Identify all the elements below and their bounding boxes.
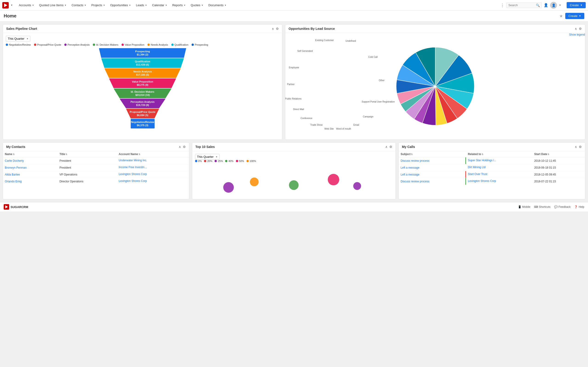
call-subject[interactable]: Left a message: [399, 171, 466, 178]
pipeline-settings-btn[interactable]: ⚙: [276, 27, 279, 31]
contact-account[interactable]: Lexington Shores Corp: [117, 171, 189, 178]
contact-name[interactable]: Bronwyn Penman: [3, 164, 58, 171]
contacts-settings-btn[interactable]: ⚙: [183, 145, 186, 149]
nav-caret-quoted-line-items: ▼: [65, 4, 67, 6]
nav-item-quotes[interactable]: Quotes▼: [188, 0, 206, 10]
footer-shortcuts[interactable]: ⌨Shortcuts: [534, 205, 551, 209]
nav-item-opportunities[interactable]: Opportunities▼: [108, 0, 133, 10]
bubble-legend-item: 50%: [236, 160, 244, 162]
nav-item-label-contacts: Contacts: [71, 3, 83, 7]
create-button[interactable]: Create ▼: [567, 2, 586, 8]
footer-help[interactable]: ❓Help: [574, 205, 584, 209]
avatar[interactable]: 👤: [550, 2, 557, 9]
logo[interactable]: [2, 2, 9, 8]
bubble-dot: [225, 160, 227, 162]
call-related[interactable]: Lexington Shores Corp: [466, 178, 532, 185]
calls-collapse-btn[interactable]: ∧: [575, 145, 577, 149]
funnel-row[interactable]: Negotiation/Review$6,375 (3): [131, 119, 155, 128]
create-label: Create: [570, 3, 579, 7]
pipeline-legend-item: Needs Analysis: [147, 43, 168, 46]
footer-feedback[interactable]: 💬Feedback: [554, 205, 571, 209]
pipeline-collapse-btn[interactable]: ∧: [272, 27, 274, 31]
bubble-legend-item: 100%: [246, 160, 256, 162]
bubble[interactable]: [289, 180, 299, 190]
nav-item-documents[interactable]: Documents▼: [206, 0, 229, 10]
top10-quarter-select[interactable]: This QuarterLast QuarterThis Year: [195, 154, 220, 160]
pie-label: Public Relations: [285, 97, 301, 100]
pie-label: Trade Show: [310, 124, 323, 126]
table-row: Discuss review process Super Star Holdin…: [399, 157, 585, 164]
bubble[interactable]: [328, 174, 339, 185]
contact-name[interactable]: Alida Bartee: [3, 171, 58, 178]
contact-name[interactable]: Orlando Emig: [3, 178, 58, 185]
table-row: Orlando Emig Director Operations Lexingt…: [3, 178, 189, 185]
leads-controls: ∧ ⚙: [575, 27, 582, 31]
leads-collapse-btn[interactable]: ∧: [575, 27, 577, 31]
bubble[interactable]: [353, 182, 361, 190]
contact-name[interactable]: Carlie Docherty: [3, 157, 58, 164]
nav-item-calendar[interactable]: Calendar▼: [150, 0, 170, 10]
calls-col-header[interactable]: Start Date⇅: [532, 151, 585, 157]
call-related[interactable]: Start Over Trust: [466, 171, 532, 178]
bubble[interactable]: [223, 182, 234, 193]
legend-dot: [64, 44, 67, 46]
page-create-label: Create: [569, 14, 578, 18]
navbar: ▼ Accounts▼Quoted Line Items▼Contacts▼Pr…: [0, 0, 588, 10]
funnel-row[interactable]: Proposal/Price Quote$6,694 (5): [126, 109, 159, 118]
contacts-col-header[interactable]: Name⇅: [3, 151, 58, 157]
nav-item-contacts[interactable]: Contacts▼: [69, 0, 88, 10]
bubble-legend-item: 40%: [225, 160, 233, 162]
leads-settings-btn[interactable]: ⚙: [579, 27, 582, 31]
calls-table: Subject⇅Related to⇅Start Date⇅ Discuss r…: [399, 151, 585, 185]
contacts-col-header[interactable]: Account Name⇅: [117, 151, 189, 157]
search-input[interactable]: [508, 3, 536, 7]
nav-caret-documents: ▼: [225, 4, 226, 6]
funnel-row[interactable]: Qualification$12,439 (6): [101, 58, 184, 68]
nav-item-projects[interactable]: Projects▼: [89, 0, 107, 10]
calls-col-header[interactable]: Subject⇅: [399, 151, 466, 157]
contacts-col-header[interactable]: Title⇅: [58, 151, 117, 157]
logo-caret[interactable]: ▼: [10, 4, 13, 6]
call-subject[interactable]: Left a message: [399, 164, 466, 171]
call-related[interactable]: Super Star Holdings l...: [466, 157, 532, 164]
call-subject[interactable]: Discuss review process: [399, 157, 466, 164]
nav-items: Accounts▼Quoted Line Items▼Contacts▼Proj…: [17, 0, 498, 10]
contacts-collapse-btn[interactable]: ∧: [179, 145, 181, 149]
funnel-label-inside: Negotiation/Review$6,375 (3): [130, 120, 155, 127]
nav-item-reports[interactable]: Reports▼: [170, 0, 188, 10]
contact-account[interactable]: Income Free Investing ...: [117, 164, 189, 171]
funnel-row[interactable]: Needs Analysis$17,336 (5): [104, 68, 181, 78]
funnel-row[interactable]: Value Proposition$8,275 (8): [109, 78, 176, 88]
funnel-row[interactable]: Perception Analysis$19,720 (8): [120, 99, 166, 108]
legend-label: Perception Analysis: [68, 43, 90, 46]
nav-item-accounts[interactable]: Accounts▼: [17, 0, 36, 10]
call-subject[interactable]: Discuss review process: [399, 178, 466, 185]
legend-label: Negotiation/Review: [9, 43, 31, 46]
footer-logo-icon: [4, 204, 9, 210]
nav-item-leads[interactable]: Leads▼: [134, 0, 149, 10]
call-status-indicator: [465, 171, 466, 178]
calls-col-header[interactable]: Related to⇅: [466, 151, 532, 157]
top10-collapse-btn[interactable]: ∧: [385, 145, 388, 149]
footer-action-icon: ⌨: [534, 205, 538, 209]
nav-item-quoted-line-items[interactable]: Quoted Line Items▼: [37, 0, 69, 10]
call-related[interactable]: Dirt Mining Ltd: [466, 164, 532, 171]
contact-account[interactable]: Lexington Shores Corp: [117, 178, 189, 185]
top10-settings-btn[interactable]: ⚙: [389, 145, 392, 149]
page-create-button[interactable]: Create ▼: [565, 13, 584, 19]
funnel-row[interactable]: Id. Decision Makers$23,014 (10): [114, 89, 172, 98]
pipeline-quarter-select[interactable]: This QuarterLast QuarterThis Year: [6, 36, 30, 42]
contact-account[interactable]: Underwater Mining Inc.: [117, 157, 189, 164]
favorite-button[interactable]: ★: [559, 14, 563, 19]
bubble-pct: 100%: [250, 160, 256, 162]
page-header: Home ★ Create ▼: [0, 10, 588, 22]
calls-settings-btn[interactable]: ⚙: [579, 145, 582, 149]
funnel-row[interactable]: Prospecting$1,394 (2): [99, 48, 186, 58]
top10-controls: ∧ ⚙: [385, 145, 392, 149]
bubble[interactable]: [250, 177, 259, 186]
nav-more-button[interactable]: ⋮: [498, 3, 506, 8]
footer-mobile[interactable]: 📱Mobile: [518, 205, 530, 209]
user-caret[interactable]: ▼: [559, 4, 561, 6]
notification-icon[interactable]: 👤: [544, 3, 548, 7]
search-icon[interactable]: 🔍: [536, 3, 540, 7]
